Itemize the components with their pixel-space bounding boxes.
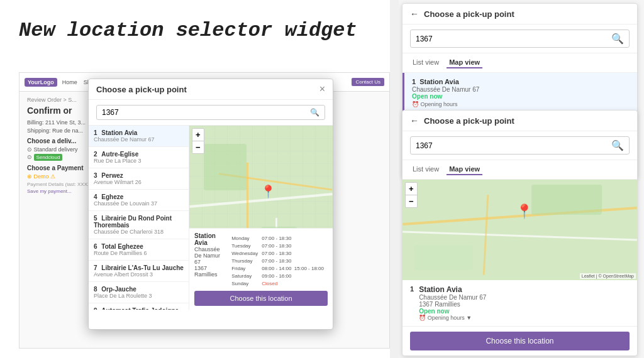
billing-addr: 211 Vine St, 3...: [45, 119, 86, 126]
list-item[interactable]: 6 Total Eghezee Route De Ramillies 6: [89, 239, 189, 261]
widget-bottom-search: 🔍: [402, 131, 637, 160]
widget-bottom: ← Choose a pick-up point 🔍 List view Map…: [402, 110, 638, 356]
choose-location-button[interactable]: Choose this location: [194, 291, 328, 306]
detail-location-name: Station Avia: [194, 232, 225, 246]
widget-bottom-station-detail: 1 Station Avia Chaussée De Namur 67 1367…: [402, 280, 637, 327]
search-input[interactable]: [102, 108, 306, 117]
widget-top-header: ← Choose a pick-up point: [402, 4, 637, 24]
modal-header: Choose a pick-up point ×: [89, 79, 333, 100]
station-hours-link[interactable]: ⏰ Opening hours ▼: [419, 315, 486, 321]
map-area: 📍 + − Leaflet | © OpenStreetMap Station …: [189, 126, 333, 310]
store-logo: YourLogo: [25, 78, 57, 87]
widget-bottom-map-marker: 📍: [516, 203, 533, 220]
widget-bottom-search-input[interactable]: [416, 141, 611, 150]
shipping-addr: Rue de na...: [52, 127, 83, 134]
list-item[interactable]: 1 Station Avia Chaussée De Namur 67: [89, 126, 189, 147]
widget-top-search: 🔍: [402, 24, 637, 53]
list-item[interactable]: 3 Perwez Avenue Wilmart 26: [89, 168, 189, 190]
widget-top-search-box: 🔍: [410, 30, 630, 48]
location-detail: Station Avia Chaussée De Namur 67 1367 R…: [189, 228, 333, 310]
widget-bottom-view-tabs: List view Map view: [402, 160, 637, 180]
pickup-modal: Choose a pick-up point × 🔍 1 Station Avi…: [88, 79, 333, 330]
shipping-label: Shipping:: [27, 127, 51, 134]
station-addr1: Chaussée De Namur 67: [419, 294, 486, 301]
detail-addr-line2: 1367 Ramillies: [194, 265, 225, 278]
list-item[interactable]: 5 Librairie Du Rond Point Thorembais Cha…: [89, 211, 189, 239]
station-num: 1: [410, 285, 414, 293]
widget-top-search-input[interactable]: [416, 35, 611, 43]
list-item[interactable]: 2 Autre-Eglise Rue De La Place 3: [89, 147, 189, 168]
zoom-out-button[interactable]: −: [192, 141, 204, 153]
right-panel: ← Choose a pick-up point 🔍 List view Map…: [399, 0, 644, 358]
widget-bottom-attribution: Leaflet | © OpenStreetMap: [580, 273, 636, 279]
list-item[interactable]: 9 Automaat Trafic Jodoigne Rue De Septem…: [89, 303, 189, 310]
widget-top-title: Choose a pick-up point: [424, 9, 514, 19]
widget-bottom-search-icon: 🔍: [611, 139, 624, 151]
widget-list-item[interactable]: 1 Station Avia Chaussée De Namur 67 Open…: [402, 73, 637, 113]
page-title: New location selector widget: [19, 19, 357, 42]
list-item[interactable]: 4 Egheze Chaussée De Louvain 37: [89, 190, 189, 211]
sendcloud-badge: Sendcloud: [34, 154, 63, 161]
widget-top-search-icon: 🔍: [611, 33, 624, 45]
location-list: 1 Station Avia Chaussée De Namur 67 2 Au…: [89, 126, 189, 310]
contact-btn[interactable]: Contact Us: [352, 78, 384, 86]
hours-table: Monday07:00 - 18:30 Tuesday07:00 - 18:30…: [230, 234, 328, 288]
widget-bottom-list-tab[interactable]: List view: [410, 164, 441, 175]
billing-label: Billing:: [27, 119, 44, 126]
map-marker: 📍: [260, 184, 276, 199]
list-item[interactable]: 8 Orp-Jauche Place De La Roulette 3: [89, 282, 189, 303]
widget-bottom-map-tab[interactable]: Map view: [447, 164, 482, 175]
widget-bottom-map: 📍 + − Leaflet | © OpenStreetMap: [402, 180, 637, 280]
detail-addr-line1: Chaussée De Namur 67: [194, 246, 225, 265]
map-zoom-controls: + −: [192, 128, 204, 154]
station-open-status: Open now: [419, 308, 486, 315]
widget-bottom-title: Choose a pick-up point: [424, 116, 514, 126]
list-item[interactable]: 7 Librairie L'As-Tu Lu Jauche Avenue Alb…: [89, 261, 189, 282]
widget-bottom-header: ← Choose a pick-up point: [402, 111, 637, 131]
station-name: Station Avia: [419, 285, 486, 294]
widget-bottom-zoom-controls: + −: [405, 182, 418, 208]
modal-body: 1 Station Avia Chaussée De Namur 67 2 Au…: [89, 126, 333, 310]
modal-title: Choose a pick-up point: [96, 85, 187, 94]
modal-search-area: 🔍: [89, 100, 333, 126]
nav-home[interactable]: Home: [62, 79, 77, 85]
search-box: 🔍: [96, 105, 325, 120]
station-addr2: 1367 Ramillies: [419, 301, 486, 308]
widget-top-view-tabs: List view Map view: [402, 53, 637, 73]
widget-bottom-search-box: 🔍: [410, 136, 630, 155]
widget-bottom-choose-btn[interactable]: Choose this location: [410, 332, 630, 350]
zoom-in-button[interactable]: +: [192, 129, 204, 141]
modal-close-button[interactable]: ×: [319, 84, 325, 94]
widget-bottom-zoom-in[interactable]: +: [406, 183, 417, 195]
opening-hours-link[interactable]: ⏰ Opening hours: [412, 101, 630, 107]
widget-bottom-back-arrow[interactable]: ←: [410, 116, 419, 126]
widget-bottom-zoom-out[interactable]: −: [406, 195, 417, 207]
search-icon: 🔍: [310, 108, 319, 117]
widget-top-map-tab[interactable]: Map view: [447, 57, 482, 68]
widget-top-list-tab[interactable]: List view: [410, 57, 441, 68]
widget-top-back-arrow[interactable]: ←: [410, 9, 419, 19]
